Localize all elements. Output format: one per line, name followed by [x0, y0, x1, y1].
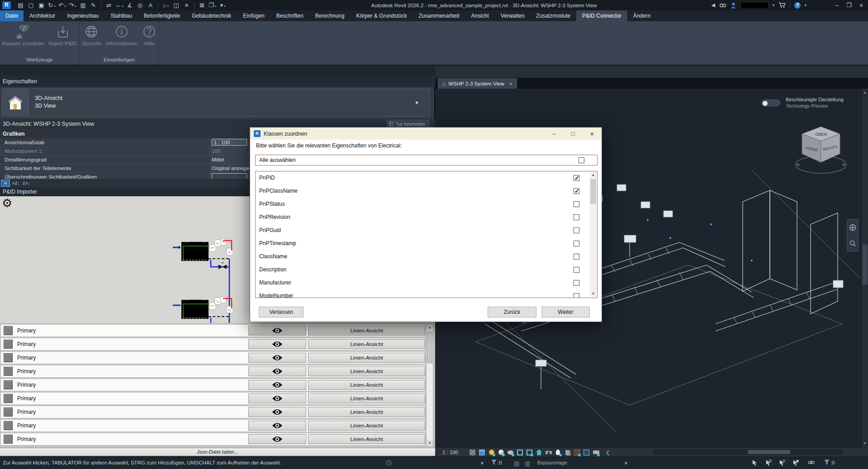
scrollbar-thumb[interactable]	[427, 332, 432, 363]
layer-color-swatch[interactable]	[4, 380, 13, 389]
horizontal-scrollbar[interactable]	[654, 449, 844, 455]
list-item[interactable]: ClassName	[256, 250, 597, 263]
ribbon-tab[interactable]: Architektur	[24, 10, 61, 21]
list-item[interactable]: Description	[256, 263, 597, 276]
accelerated-graphics-toggle[interactable]	[761, 99, 780, 106]
type-selector-caret-icon[interactable]: ▼	[414, 100, 419, 105]
user-menu-caret-icon[interactable]: ▾	[773, 3, 774, 7]
design-option-caret2-icon[interactable]: ▾	[625, 460, 627, 466]
text-icon[interactable]: A	[146, 2, 155, 9]
drag-elements-icon[interactable]	[808, 460, 815, 466]
select-links-icon[interactable]	[752, 460, 758, 467]
dialog-maximize-button[interactable]: □	[564, 130, 583, 137]
list-item[interactable]: PnPClassName	[256, 185, 597, 198]
layer-color-swatch[interactable]	[4, 340, 13, 349]
sun-settings-icon[interactable]	[488, 449, 495, 456]
view-cube[interactable]: OBEN VORNE RECHTS	[792, 114, 850, 182]
section-icon[interactable]: ◫	[172, 2, 180, 9]
table-row[interactable]: Primary Linien-Ansicht	[1, 379, 425, 391]
highlight-displacement-icon[interactable]	[583, 449, 590, 456]
list-item[interactable]: PnPRevision	[256, 211, 597, 224]
select-pinned-icon[interactable]	[779, 460, 785, 467]
visibility-eye-button[interactable]	[248, 393, 306, 403]
user-avatar-icon[interactable]	[730, 2, 736, 9]
home-view-icon[interactable]: ⌂ ▾	[161, 2, 170, 9]
item-checkbox[interactable]	[574, 201, 579, 207]
visibility-eye-button[interactable]	[248, 339, 306, 349]
item-checkbox[interactable]	[574, 227, 579, 233]
search-icon[interactable]	[719, 3, 726, 8]
select-underlay-icon[interactable]	[765, 460, 772, 467]
ribbon-tab[interactable]: Zusammenarbeit	[413, 10, 465, 21]
collapse-chevron-icon[interactable]: ❮	[606, 450, 610, 455]
render-icon[interactable]	[507, 449, 514, 456]
ribbon-tab[interactable]: Gebäudetechnik	[186, 10, 237, 21]
redo-icon[interactable]: ↷ ▾	[68, 2, 77, 9]
ribbon-tab[interactable]: Ansicht	[465, 10, 495, 21]
visibility-eye-button[interactable]	[248, 366, 306, 376]
shadows-icon[interactable]	[498, 449, 504, 456]
ribbon-tab[interactable]: Körper & Grundstück	[350, 10, 413, 21]
close-button[interactable]: ×	[857, 2, 865, 9]
ribbon-tab[interactable]: Betonfertigteile	[138, 10, 186, 21]
item-checkbox[interactable]	[574, 254, 579, 260]
view-mode-button[interactable]: Linien-Ansicht	[308, 407, 425, 417]
crop-view-icon[interactable]	[517, 449, 523, 456]
measure-icon[interactable]	[593, 449, 599, 456]
item-checkbox[interactable]	[574, 175, 579, 181]
item-checkbox[interactable]	[574, 214, 579, 220]
save-orientation-icon[interactable]	[536, 449, 542, 456]
leave-button[interactable]: Verlassen	[259, 307, 304, 317]
view-mode-button[interactable]: Linien-Ansicht	[308, 380, 425, 390]
dialog-minimize-button[interactable]: –	[545, 130, 564, 137]
layer-color-swatch[interactable]	[4, 407, 13, 417]
information-button[interactable]: Informationen	[104, 24, 139, 47]
table-row[interactable]: Primary Linien-Ansicht	[1, 365, 425, 377]
list-item[interactable]: ModelNumber	[256, 289, 597, 298]
visibility-eye-button[interactable]	[248, 407, 306, 417]
temporary-hide-isolate-icon[interactable]	[545, 449, 552, 456]
view-mode-button[interactable]: Linien-Ansicht	[308, 421, 425, 431]
ribbon-tab[interactable]: P&ID Connector	[576, 10, 627, 21]
table-scrollbar[interactable]: ▲ ▼	[426, 324, 433, 447]
scrollbar-thumb[interactable]	[748, 450, 791, 454]
scroll-down-icon[interactable]: ▼	[427, 440, 433, 446]
close-tab-icon[interactable]: ✕	[509, 81, 512, 86]
design-option-value[interactable]: Basisvorlage	[537, 460, 567, 465]
save-icon[interactable]: ▣	[37, 2, 46, 9]
load-json-button[interactable]: Json-Datei laden...	[0, 448, 435, 456]
item-checkbox[interactable]	[574, 241, 579, 246]
item-checkbox[interactable]	[574, 267, 579, 273]
worksets-icon[interactable]: ▤	[514, 460, 519, 467]
map-classes-button[interactable]: Klassen zuordnen	[0, 24, 46, 47]
switch-windows-icon[interactable]: ❐ ▾	[208, 2, 217, 9]
ribbon-tab[interactable]: Verwalten	[495, 10, 531, 21]
visibility-eye-button[interactable]	[248, 421, 306, 431]
dialog-close-button[interactable]: ×	[583, 130, 602, 137]
vertical-scrollbar[interactable]: ▲ ▼	[861, 89, 868, 448]
table-row[interactable]: Primary Linien-Ansicht	[1, 433, 425, 445]
sort-az-button[interactable]: AZ↓	[11, 180, 20, 187]
ribbon-tab[interactable]: Ändern	[627, 10, 657, 21]
visibility-eye-button[interactable]	[248, 380, 306, 390]
settings-gear-icon[interactable]: ⚙	[2, 196, 12, 210]
ribbon-tab[interactable]: Beschriften	[270, 10, 309, 21]
next-button[interactable]: Weiter	[541, 307, 590, 317]
ribbon-tab[interactable]: Stahlbau	[104, 10, 138, 21]
tag-icon[interactable]: ◎	[136, 2, 144, 9]
table-row[interactable]: Primary Linien-Ansicht	[1, 325, 425, 336]
steering-wheel-icon[interactable]	[849, 224, 856, 231]
select-by-face-icon[interactable]	[792, 460, 799, 467]
layer-color-swatch[interactable]	[4, 394, 13, 403]
help-caret-icon[interactable]: ▾	[805, 3, 806, 7]
customize-qat-icon[interactable]: ▾ ▾	[218, 2, 227, 9]
selection-filter2-icon[interactable]	[824, 460, 830, 466]
list-item[interactable]: PnPStatus	[256, 198, 597, 211]
scroll-up-icon[interactable]: ▲	[427, 324, 433, 331]
item-checkbox[interactable]	[574, 293, 579, 298]
layer-color-swatch[interactable]	[4, 421, 13, 430]
type-selector[interactable]: 3D-Ansicht 3D View ▼	[2, 89, 430, 117]
design-option-caret-icon[interactable]: ▾	[481, 460, 484, 466]
sort-za-button[interactable]: ZA↓	[22, 180, 31, 187]
view-mode-button[interactable]: Linien-Ansicht	[308, 353, 425, 363]
